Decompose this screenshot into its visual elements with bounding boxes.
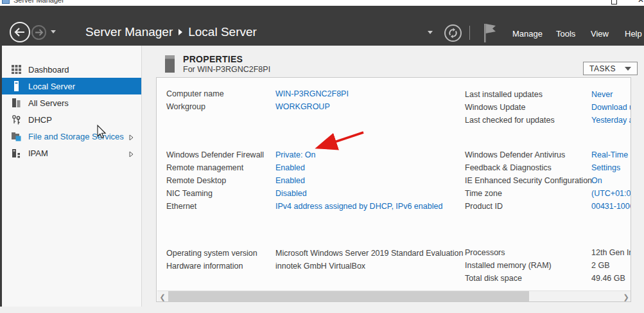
- navbar-divider: [469, 26, 470, 40]
- property-value: 49.46 GB: [591, 274, 631, 283]
- property-row: Last installed updates Never: [465, 88, 631, 101]
- property-label: Operating system version: [166, 249, 275, 258]
- property-label: Last installed updates: [465, 90, 591, 99]
- property-value-link[interactable]: On: [591, 176, 631, 185]
- sidebar-item-label: All Servers: [28, 98, 69, 108]
- sidebar-item-ipam[interactable]: IPAM: [2, 145, 141, 161]
- property-label: Remote Desktop: [166, 176, 275, 185]
- sidebar-item-label: IPAM: [28, 148, 48, 158]
- property-label: Computer name: [166, 89, 275, 98]
- property-row: Workgroup WORKGROUP: [166, 100, 463, 113]
- refresh-dropdown-icon[interactable]: [428, 31, 433, 34]
- menu-view[interactable]: View: [591, 29, 609, 39]
- forward-button[interactable]: [31, 25, 46, 40]
- property-value-link[interactable]: Yesterday at: [591, 116, 631, 125]
- property-label: Time zone: [465, 189, 591, 198]
- scrollbar-thumb[interactable]: [168, 291, 529, 302]
- sidebar-item-local-server[interactable]: Local Server: [2, 78, 141, 94]
- back-button[interactable]: [10, 22, 30, 42]
- tasks-dropdown-icon: [625, 67, 631, 71]
- property-row: Total disk space 49.46 GB: [465, 272, 631, 285]
- menu-manage[interactable]: Manage: [512, 29, 543, 39]
- sidebar: Dashboard Local Server All Servers: [2, 46, 141, 307]
- menu-tools[interactable]: Tools: [556, 29, 575, 39]
- property-value-link[interactable]: Enabled: [275, 176, 305, 185]
- property-row: Operating system version Microsoft Windo…: [166, 247, 463, 260]
- tasks-button[interactable]: TASKS: [583, 62, 638, 75]
- property-value-link[interactable]: Real-Time Pr: [591, 150, 631, 159]
- property-label: Windows Defender Firewall: [166, 150, 275, 159]
- dashboard-icon: [11, 64, 21, 75]
- sidebar-item-label: DHCP: [28, 115, 52, 125]
- expand-arrow-icon[interactable]: [129, 150, 134, 159]
- property-row: Hardware information innotek GmbH Virtua…: [166, 260, 463, 273]
- expand-arrow-icon[interactable]: [129, 133, 134, 143]
- close-window-icon[interactable]: ✕: [638, 0, 644, 4]
- property-row: Feedback & Diagnostics Settings: [465, 161, 631, 174]
- property-label: Windows Defender Antivirus: [465, 150, 591, 159]
- scroll-left-icon[interactable]: ❮: [157, 291, 168, 302]
- refresh-icon: [446, 26, 460, 40]
- horizontal-scrollbar[interactable]: ❮ ❯: [157, 291, 631, 302]
- properties-subtitle: For WIN-P3RGNC2F8PI: [183, 65, 270, 74]
- tasks-button-label: TASKS: [589, 64, 616, 73]
- sidebar-item-all-servers[interactable]: All Servers: [2, 94, 141, 111]
- navigation-bar: Server Manager Local Server Manage Tools…: [0, 6, 644, 46]
- property-row: Installed memory (RAM) 2 GB: [465, 259, 631, 272]
- history-dropdown-icon[interactable]: [51, 30, 56, 33]
- property-value-link[interactable]: Never: [591, 90, 631, 99]
- sidebar-item-label: Dashboard: [28, 65, 69, 75]
- breadcrumb-root[interactable]: Server Manager: [85, 25, 173, 39]
- property-value-link[interactable]: Settings: [591, 163, 631, 172]
- property-row: Last checked for updates Yesterday at: [465, 114, 631, 127]
- property-value: innotek GmbH VirtualBox: [275, 262, 365, 271]
- property-value-link[interactable]: Download u: [591, 103, 631, 112]
- firewall-value-link[interactable]: Private: On: [275, 150, 316, 159]
- property-value-link[interactable]: WORKGROUP: [275, 102, 330, 111]
- property-label: Workgroup: [166, 102, 275, 111]
- forward-arrow-icon: [33, 26, 45, 39]
- property-row: Remote Desktop Enabled: [166, 174, 463, 187]
- property-value-link[interactable]: IPv4 address assigned by DHCP, IPv6 enab…: [275, 202, 442, 211]
- property-row: Ethernet IPv4 address assigned by DHCP, …: [166, 200, 463, 213]
- refresh-button[interactable]: [444, 24, 462, 42]
- dhcp-icon: [11, 114, 21, 125]
- property-label: Feedback & Diagnostics: [465, 163, 591, 172]
- sidebar-item-dhcp[interactable]: DHCP: [2, 111, 141, 128]
- restore-window-icon[interactable]: [611, 0, 617, 4]
- local-server-icon: [11, 81, 21, 91]
- property-label: Product ID: [465, 202, 591, 211]
- property-value: Microsoft Windows Server 2019 Standard E…: [275, 249, 464, 258]
- property-value-link[interactable]: Disabled: [275, 189, 307, 198]
- menu-help[interactable]: Help: [625, 29, 642, 39]
- property-value-link[interactable]: Enabled: [275, 163, 305, 172]
- property-row: Windows Defender Firewall Private: On: [166, 148, 463, 161]
- property-row: Windows Update Download u: [465, 101, 631, 114]
- ipam-icon: [11, 148, 21, 158]
- property-label: NIC Teaming: [166, 189, 275, 198]
- server-tower-icon: [164, 54, 176, 74]
- notification-flag-icon[interactable]: [482, 22, 498, 43]
- sidebar-item-file-and-storage-services[interactable]: File and Storage Services: [2, 128, 141, 145]
- property-label: Windows Update: [465, 103, 591, 112]
- sidebar-item-dashboard[interactable]: Dashboard: [2, 61, 141, 78]
- sidebar-item-label: File and Storage Services: [28, 132, 124, 141]
- property-row: Product ID 00431-10000: [465, 200, 631, 213]
- property-row: IE Enhanced Security Configuration On: [465, 174, 631, 187]
- property-row: Windows Defender Antivirus Real-Time Pr: [465, 148, 631, 161]
- back-arrow-icon: [11, 23, 29, 41]
- scroll-right-icon[interactable]: ❯: [621, 291, 631, 302]
- property-label: Installed memory (RAM): [465, 261, 591, 270]
- property-value-link[interactable]: (UTC+01:00): [591, 189, 631, 198]
- app-icon: [2, 0, 10, 4]
- property-row: NIC Teaming Disabled: [166, 187, 463, 200]
- property-value-link[interactable]: WIN-P3RGNC2F8PI: [275, 89, 349, 98]
- property-row: Remote management Enabled: [166, 161, 463, 174]
- breadcrumb-current: Local Server: [188, 25, 257, 39]
- property-label: Total disk space: [465, 274, 591, 283]
- property-label: Hardware information: [166, 262, 275, 271]
- server-manager-window: Server Manager ✕ Server Manager Local Se…: [0, 0, 644, 313]
- property-row: Time zone (UTC+01:00): [465, 187, 631, 200]
- property-label: Last checked for updates: [465, 116, 591, 125]
- property-value-link[interactable]: 00431-10000: [591, 202, 631, 211]
